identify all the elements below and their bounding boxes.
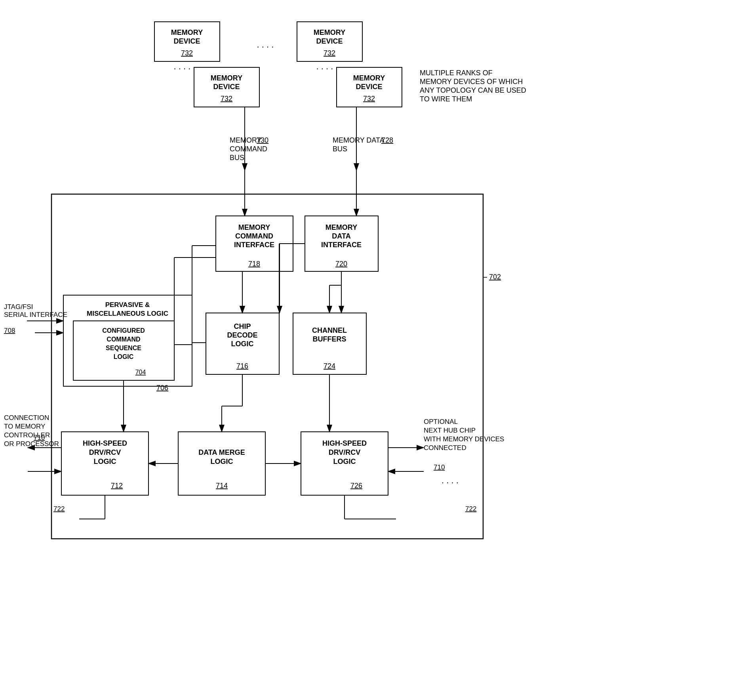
- ref-702: 702: [489, 273, 501, 281]
- memory-device-label-4b: DEVICE: [356, 83, 382, 91]
- memory-data-interface-label-2: DATA: [332, 232, 350, 240]
- hs-drv-rcv-left-label-2: DRV/RCV: [89, 448, 121, 456]
- channel-buffers-ref: 724: [324, 362, 335, 370]
- optional-hub-label-4: CONNECTED: [424, 444, 466, 452]
- mem-data-bus-label-1: MEMORY DATA: [333, 136, 385, 144]
- hs-drv-rcv-right-ref: 726: [350, 482, 362, 490]
- connection-label-4: OR PROCESSOR: [4, 440, 59, 448]
- hs-drv-rcv-right-label-1: HIGH-SPEED: [322, 439, 367, 447]
- memory-device-label-2b: DEVICE: [213, 83, 240, 91]
- channel-buffers-label-2: BUFFERS: [313, 335, 346, 343]
- memory-device-label-2: MEMORY: [211, 74, 242, 82]
- memory-cmd-interface-label-1: MEMORY: [238, 223, 270, 231]
- dots-left-mem: . . . .: [174, 61, 191, 71]
- ref-722-left: 722: [53, 505, 65, 513]
- hs-drv-rcv-left-ref: 712: [111, 482, 123, 490]
- memory-device-ref-1: 732: [181, 49, 193, 57]
- multiple-ranks-label-2: MEMORY DEVICES OF WHICH: [420, 78, 523, 86]
- memory-data-interface-ref: 720: [335, 260, 347, 268]
- memory-data-interface-label-1: MEMORY: [326, 223, 357, 231]
- multiple-ranks-label: MULTIPLE RANKS OF: [420, 69, 493, 77]
- configured-cmd-seq-label-1: CONFIGURED: [102, 327, 145, 334]
- configured-cmd-seq-ref-704: 704: [135, 369, 146, 376]
- hs-drv-rcv-left-label-3: LOGIC: [94, 458, 116, 465]
- memory-device-label-1: MEMORY: [171, 29, 203, 36]
- ref-710-left: 710: [34, 434, 45, 441]
- configured-cmd-seq-label-2: COMMAND: [107, 336, 140, 343]
- pervasive-misc-label-2: MISCELLANEOUS LOGIC: [87, 310, 168, 317]
- chip-decode-ref: 716: [236, 362, 248, 370]
- configured-cmd-seq-label-4: LOGIC: [114, 353, 134, 360]
- ref-706: 706: [156, 384, 168, 392]
- memory-data-interface-label-3: INTERFACE: [321, 241, 362, 249]
- memory-device-label-4: MEMORY: [353, 74, 385, 82]
- jtag-label-1: JTAG/FSI: [4, 303, 33, 311]
- optional-hub-label-3: WITH MEMORY DEVICES: [424, 435, 504, 443]
- memory-cmd-interface-label-3: INTERFACE: [234, 241, 274, 249]
- memory-device-ref-4: 732: [363, 95, 375, 103]
- channel-buffers-label-1: CHANNEL: [312, 326, 347, 334]
- data-merge-ref: 714: [216, 482, 228, 490]
- optional-hub-label-1: OPTIONAL: [424, 418, 458, 425]
- jtag-label-2: SERIAL INTERFACE: [4, 311, 67, 319]
- memory-device-label-3b: DEVICE: [316, 37, 343, 45]
- dots-right-side: . . . .: [442, 475, 459, 485]
- data-merge-label-2: LOGIC: [211, 458, 233, 465]
- dots-right-mem: . . . .: [316, 61, 333, 71]
- mem-cmd-bus-ref: 730: [257, 136, 268, 144]
- mem-cmd-bus-label-2: COMMAND: [230, 145, 267, 153]
- dots-center-top: . . . .: [257, 40, 274, 50]
- diagram-container: MEMORY DEVICE 732 MEMORY DEVICE 732 . . …: [0, 0, 750, 700]
- connection-label-1: CONNECTION: [4, 414, 49, 422]
- configured-cmd-seq-label-3: SEQUENCE: [106, 345, 141, 351]
- ref-722-right: 722: [465, 505, 476, 513]
- memory-device-ref-2: 732: [221, 95, 232, 103]
- multiple-ranks-label-4: TO WIRE THEM: [420, 95, 472, 103]
- hs-drv-rcv-left-label-1: HIGH-SPEED: [83, 439, 127, 447]
- memory-cmd-interface-label-2: COMMAND: [235, 232, 273, 240]
- mem-data-bus-label-2: BUS: [333, 145, 347, 153]
- mem-cmd-bus-label-3: BUS: [230, 154, 244, 162]
- connection-label-2: TO MEMORY: [4, 423, 45, 430]
- chip-decode-label-3: LOGIC: [231, 340, 254, 348]
- memory-cmd-interface-ref: 718: [248, 260, 260, 268]
- ref-708: 708: [4, 327, 15, 334]
- data-merge-label-1: DATA MERGE: [198, 448, 245, 456]
- optional-hub-label-2: NEXT HUB CHIP: [424, 427, 476, 434]
- ref-710-right: 710: [434, 463, 445, 471]
- memory-device-label-3: MEMORY: [314, 29, 345, 36]
- hs-drv-rcv-right-label-3: LOGIC: [333, 458, 356, 465]
- hs-drv-rcv-right-label-2: DRV/RCV: [329, 448, 361, 456]
- chip-decode-label-2: DECODE: [227, 331, 257, 339]
- chip-decode-label-1: CHIP: [234, 322, 251, 330]
- mem-data-bus-ref: 728: [381, 136, 393, 144]
- memory-device-ref-3: 732: [324, 49, 335, 57]
- pervasive-misc-label-1: PERVASIVE &: [105, 301, 150, 309]
- memory-device-label-1b: DEVICE: [173, 37, 200, 45]
- multiple-ranks-label-3: ANY TOPOLOGY CAN BE USED: [420, 86, 526, 94]
